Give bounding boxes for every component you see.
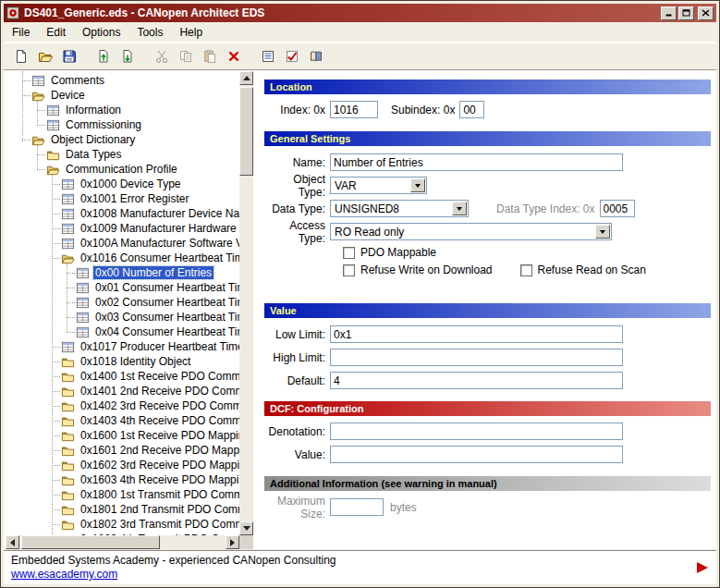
section-header-additional: Additional Information (see warning in m… (264, 476, 711, 491)
tree-item[interactable]: Communication Profile (6, 162, 239, 177)
tree-item-label: 0x1400 1st Receive PDO Communication Par… (79, 370, 239, 383)
delete-button[interactable] (223, 45, 245, 67)
default-label: Default: (264, 374, 325, 387)
status-text: Embedded Systems Academy - experienced C… (11, 554, 709, 567)
table-icon (31, 74, 46, 88)
horizontal-scroll-thumb[interactable] (21, 535, 160, 549)
data-type-index-input[interactable] (600, 200, 635, 217)
tree-item[interactable]: 0x1000 Device Type (6, 177, 239, 191)
tree-item[interactable]: 0x1601 2nd Receive PDO Mapping (6, 443, 239, 458)
tree-item-label: Data Types (64, 148, 123, 161)
maximum-size-input[interactable] (330, 498, 384, 516)
check-eds-button[interactable] (281, 45, 303, 67)
data-type-dropdown[interactable]: UNSIGNED8 (330, 200, 469, 217)
tree-horizontal-scrollbar[interactable] (6, 535, 239, 549)
tree-item[interactable]: Object Dictionary (6, 132, 239, 147)
log-button[interactable] (257, 45, 279, 67)
default-input[interactable] (330, 372, 623, 389)
data-type-label: Data Type: (264, 202, 325, 215)
open-button[interactable] (34, 45, 56, 67)
tree-connector (67, 288, 75, 288)
tree-item[interactable]: 0x03 Consumer Heartbeat Time (6, 310, 239, 325)
scroll-up-button[interactable] (239, 71, 253, 85)
tree-item[interactable]: 0x02 Consumer Heartbeat Time (6, 295, 239, 310)
tree-item[interactable]: 0x1016 Consumer Heartbeat Time (6, 251, 239, 265)
tree-item[interactable]: 0x1400 1st Receive PDO Communication Par… (6, 369, 239, 384)
export-button[interactable] (92, 45, 115, 67)
title-bar[interactable]: DS401_Generic.eds - CANopen Architect ED… (4, 4, 716, 22)
object-type-dropdown[interactable]: VAR (330, 177, 427, 194)
chevron-down-icon[interactable] (410, 178, 425, 192)
access-type-value: RO Read only (335, 225, 404, 239)
folder-closed-icon (61, 488, 76, 502)
name-input[interactable] (330, 153, 623, 171)
subindex-input[interactable] (459, 101, 484, 118)
status-bar: Embedded Systems Academy - experienced C… (4, 550, 716, 584)
new-button[interactable] (10, 45, 32, 67)
maximize-button[interactable] (678, 6, 694, 20)
tree-item[interactable]: 0x1017 Producer Heartbeat Time (6, 339, 239, 354)
tree-item[interactable]: 0x04 Consumer Heartbeat Time (6, 325, 239, 339)
tree-item[interactable]: 0x1008 Manufacturer Device Name (6, 206, 239, 221)
denotation-input[interactable] (330, 423, 623, 440)
paste-button[interactable] (199, 45, 221, 67)
copy-button[interactable] (175, 45, 197, 67)
chevron-down-icon[interactable] (452, 202, 467, 215)
tree-item[interactable]: Data Types (6, 147, 239, 162)
tree-connector (52, 214, 60, 214)
tree-item[interactable]: 0x100A Manufacturer Software Version (6, 236, 239, 251)
manual-button[interactable] (305, 45, 327, 67)
minimize-button[interactable] (661, 6, 677, 20)
menu-file[interactable]: File (4, 23, 38, 42)
dcf-value-input[interactable] (330, 446, 623, 463)
menu-help[interactable]: Help (171, 23, 211, 42)
cut-button[interactable] (151, 45, 173, 67)
tree-item[interactable]: Device (6, 88, 239, 103)
table-icon (61, 207, 76, 221)
tree-item[interactable]: 0x1602 3rd Receive PDO Mapping (6, 458, 239, 472)
tree-item[interactable]: 0x1603 4th Receive PDO Mapping (6, 472, 239, 487)
tree-item[interactable]: 0x1009 Manufacturer Hardware Version (6, 221, 239, 236)
tree-item[interactable]: 0x1403 4th Receive PDO Communication Par… (6, 413, 239, 428)
scroll-down-button[interactable] (239, 521, 253, 535)
tree-item[interactable]: 0x00 Number of Entries (6, 265, 239, 280)
red-arrow-icon (697, 562, 708, 573)
tree-item[interactable]: 0x1018 Identity Object (6, 354, 239, 369)
website-link[interactable]: www.esacademy.com (11, 568, 117, 581)
close-button[interactable] (698, 6, 714, 20)
tree-connector (67, 317, 75, 318)
chevron-down-icon[interactable] (595, 225, 610, 239)
tree-vertical-scrollbar[interactable] (239, 71, 253, 535)
index-input[interactable] (330, 101, 378, 118)
tree-item-label: 0x1018 Identity Object (79, 355, 192, 368)
save-button[interactable] (58, 45, 80, 67)
folder-closed-icon (61, 414, 76, 428)
high-limit-input[interactable] (330, 349, 623, 366)
menu-options[interactable]: Options (74, 23, 128, 42)
refuse-write-checkbox[interactable] (343, 264, 355, 276)
vertical-scroll-thumb[interactable] (239, 87, 253, 176)
save-icon (62, 49, 77, 64)
tree-item[interactable]: Commissioning (6, 117, 239, 132)
access-type-dropdown[interactable]: RO Read only (330, 223, 612, 240)
tree-item[interactable]: 0x1401 2nd Receive PDO Communication Par… (6, 384, 239, 398)
menu-edit[interactable]: Edit (38, 23, 74, 42)
tree-item[interactable]: Information (6, 103, 239, 117)
low-limit-input[interactable] (330, 325, 623, 343)
scroll-right-button[interactable] (226, 535, 239, 549)
refuse-read-checkbox[interactable] (520, 264, 532, 276)
pdo-mappable-checkbox[interactable] (343, 247, 355, 259)
menu-tools[interactable]: Tools (128, 23, 171, 42)
tree-item[interactable]: 0x1402 3rd Receive PDO Communication Par… (6, 398, 239, 413)
import-button[interactable] (116, 45, 139, 67)
tree-item[interactable]: Comments (6, 73, 239, 88)
tree-connector (52, 421, 60, 422)
tree-connector (22, 140, 31, 141)
tree-item[interactable]: 0x1800 1st Transmit PDO Communication Pa… (6, 487, 239, 502)
tree-item[interactable]: 0x1801 2nd Transmit PDO Communication Pa… (6, 502, 239, 517)
tree-item[interactable]: 0x01 Consumer Heartbeat Time (6, 280, 239, 295)
scroll-left-button[interactable] (6, 535, 19, 549)
tree-item[interactable]: 0x1600 1st Receive PDO Mapping (6, 428, 239, 443)
tree-item[interactable]: 0x1802 3rd Transmit PDO Communication Pa… (6, 517, 239, 532)
tree-item[interactable]: 0x1001 Error Register (6, 191, 239, 206)
